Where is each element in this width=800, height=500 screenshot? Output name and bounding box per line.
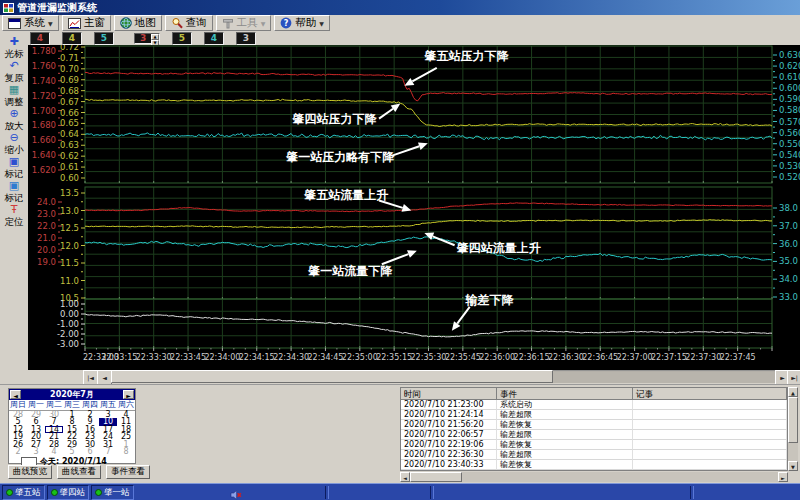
- y-axis-tick-label: 0.69: [60, 75, 79, 85]
- tool-label: 光标: [5, 48, 24, 59]
- table-cell: [633, 430, 787, 440]
- calendar-day[interactable]: 4: [45, 448, 63, 455]
- annotation-text: 肇四站压力下降: [291, 112, 377, 126]
- table-cell: [633, 400, 787, 410]
- scroll-thumb[interactable]: [111, 370, 553, 383]
- vscroll-thumb[interactable]: [788, 397, 798, 443]
- y-axis-tick-label: -1.00: [57, 319, 79, 329]
- spinner-arrows[interactable]: ▲▼: [151, 34, 159, 43]
- y-axis-tick-label: 22.0: [37, 221, 56, 231]
- tool-mark-1[interactable]: ▣标记: [5, 156, 24, 179]
- y-axis-tick-label: 0.540: [779, 150, 800, 160]
- y-axis-tick-label: 0.620: [779, 61, 800, 71]
- menu-query-button[interactable]: 查询: [165, 15, 213, 31]
- menu-map-button[interactable]: 地图: [114, 15, 162, 31]
- column-header[interactable]: 时间: [401, 388, 497, 400]
- table-row[interactable]: 2020/7/10 21:24:14输差超限: [401, 410, 787, 420]
- title-bar[interactable]: 管道泄漏监测系统: [0, 0, 800, 15]
- menu-system-button[interactable]: 系统▼: [2, 15, 59, 31]
- app-icon: [3, 3, 14, 13]
- weekday-label: 周四: [81, 400, 99, 410]
- scroll-down-button[interactable]: ▼: [788, 461, 798, 471]
- tool-mark-2[interactable]: ▣标记: [5, 180, 24, 203]
- chart-hscrollbar[interactable]: |◄ ◄ ► ►|: [0, 370, 800, 384]
- table-row[interactable]: 2020/7/10 21:23:00系统启动: [401, 400, 787, 410]
- trend-charts[interactable]: 1.7801.7601.7401.7201.7001.6801.6601.640…: [28, 45, 800, 370]
- x-axis-tick-label: 22:34:30: [273, 353, 309, 362]
- y-axis-tick-label: 36.0: [779, 239, 798, 249]
- scroll-left-button[interactable]: ◄: [400, 472, 410, 482]
- station-tab-肇一站[interactable]: 肇一站: [91, 485, 134, 500]
- locate-icon: Ŧ: [11, 204, 18, 216]
- x-axis-tick-label: 22:37:15: [651, 353, 687, 362]
- x-axis-tick-label: 22:36:00: [479, 353, 515, 362]
- scroll-first-button[interactable]: |◄: [83, 370, 98, 385]
- table-hscroll-thumb[interactable]: [410, 472, 462, 482]
- query-icon: [171, 17, 183, 29]
- table-row[interactable]: 2020/7/10 23:40:33输差恢复: [401, 460, 787, 470]
- table-cell: [633, 440, 787, 450]
- calendar-day[interactable]: 8: [117, 448, 135, 455]
- scroll-last-button[interactable]: ►|: [787, 370, 800, 385]
- tool-zoom-in[interactable]: ⊕放大: [5, 108, 24, 131]
- curve-view-button[interactable]: 曲线查看: [57, 465, 101, 479]
- table-cell: 输差恢复: [497, 420, 633, 430]
- y-axis-tick-label: 1.00: [60, 299, 79, 309]
- calendar-day[interactable]: 7: [99, 448, 117, 455]
- system-icon: [8, 18, 21, 29]
- event-view-button[interactable]: 事件查看: [106, 465, 150, 479]
- zoom-out-icon: ⊖: [9, 132, 18, 144]
- tool-locate[interactable]: Ŧ定位: [5, 204, 24, 227]
- table-row[interactable]: 2020/7/10 22:19:06输差恢复: [401, 440, 787, 450]
- statusbar-separator: [325, 486, 329, 499]
- calendar-day[interactable]: 2: [9, 448, 27, 455]
- x-axis-tick-label: 22:33:45: [170, 353, 206, 362]
- calendar-day[interactable]: 6: [81, 448, 99, 455]
- tool-cursor[interactable]: ✚光标: [5, 36, 24, 59]
- curve-preview-button[interactable]: 曲线预览: [8, 465, 52, 479]
- sound-muted-icon[interactable]: [230, 486, 242, 500]
- tool-restore[interactable]: ↶复原: [5, 60, 24, 83]
- calendar-next-month-button[interactable]: ►: [123, 390, 134, 399]
- menu-main-window-button[interactable]: 主窗: [62, 15, 111, 31]
- column-header[interactable]: 记事: [633, 388, 787, 400]
- chart-area[interactable]: 1.7801.7601.7401.7201.7001.6801.6601.640…: [28, 45, 800, 370]
- menu-label: 主窗: [84, 16, 105, 30]
- y-axis-tick-label: 0.70: [60, 64, 79, 74]
- weekday-label: 周三: [63, 400, 81, 410]
- table-row[interactable]: 2020/7/10 22:36:30输差超限: [401, 450, 787, 460]
- main-window-icon: [68, 18, 81, 29]
- y-axis-tick-label: 12.5: [60, 223, 79, 233]
- table-cell: 输差恢复: [497, 460, 633, 470]
- y-axis-tick-label: 24.0: [37, 197, 56, 207]
- column-header[interactable]: 事件: [497, 388, 633, 400]
- menu-label: 系统: [24, 16, 45, 30]
- station-tab-肇五站[interactable]: 肇五站: [2, 485, 45, 500]
- menu-toolbar: 系统▼主窗地图查询工具▼?帮助▼: [0, 15, 800, 31]
- curve-count-box[interactable]: 3▲▼: [134, 33, 160, 44]
- table-row[interactable]: 2020/7/10 22:06:57输差超限: [401, 430, 787, 440]
- calendar-day[interactable]: 5: [63, 448, 81, 455]
- station-tab-肇四站[interactable]: 肇四站: [47, 485, 90, 500]
- x-axis-tick-label: 22:37:30: [685, 353, 721, 362]
- menu-help-button[interactable]: ?帮助▼: [274, 15, 330, 31]
- event-table-vscrollbar[interactable]: ▲ ▼: [788, 387, 798, 471]
- scroll-track[interactable]: [111, 370, 775, 383]
- calendar-prev-month-button[interactable]: ◄: [10, 390, 21, 399]
- x-axis-tick-label: 22:37:45: [720, 353, 756, 362]
- event-table-hscrollbar[interactable]: ◄ ►: [400, 472, 788, 482]
- scroll-up-button[interactable]: ▲: [788, 387, 798, 397]
- table-row[interactable]: 2020/7/10 21:56:20输差恢复: [401, 420, 787, 430]
- scroll-prev-button[interactable]: ◄: [97, 370, 112, 385]
- tool-adjust[interactable]: ▦调整: [5, 84, 24, 107]
- counter-value: 3: [140, 33, 146, 43]
- y-axis-tick-label: 38.0: [779, 203, 798, 213]
- x-axis-tick-label: 22:35:00: [342, 353, 378, 362]
- calendar-day[interactable]: 3: [27, 448, 45, 455]
- chart-line: [412, 68, 436, 81]
- tool-zoom-out[interactable]: ⊖缩小: [5, 132, 24, 155]
- scroll-right-button[interactable]: ►: [778, 472, 788, 482]
- y-axis-tick-label: 0.570: [779, 117, 800, 127]
- table-cell: [633, 460, 787, 470]
- y-axis-tick-label: 0.71: [60, 53, 79, 63]
